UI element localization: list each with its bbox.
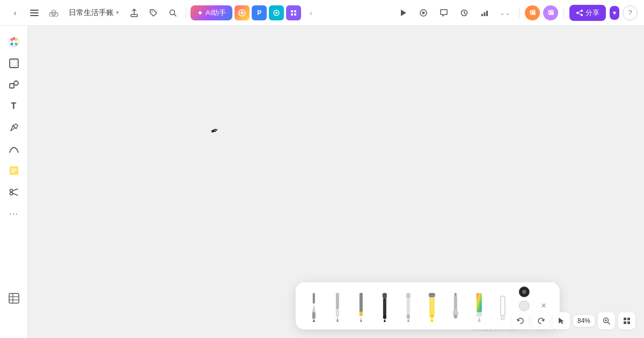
svg-rect-71 bbox=[429, 293, 435, 297]
svg-rect-65 bbox=[383, 314, 386, 319]
share-label: 分享 bbox=[586, 8, 599, 18]
svg-rect-73 bbox=[430, 314, 434, 318]
svg-rect-80 bbox=[477, 312, 482, 317]
divider1 bbox=[186, 8, 186, 18]
redo-button[interactable] bbox=[532, 312, 550, 329]
svg-rect-83 bbox=[501, 315, 504, 320]
doc-title[interactable]: 日常生活手账 ▾ bbox=[64, 6, 123, 20]
svg-point-7 bbox=[152, 11, 153, 12]
svg-rect-72 bbox=[429, 297, 435, 314]
close-tray-button[interactable]: × bbox=[536, 298, 551, 313]
shape-tool[interactable] bbox=[4, 75, 24, 94]
left-sidebar: T ··· bbox=[0, 26, 28, 338]
texture-pen-item[interactable] bbox=[470, 290, 489, 322]
menu-button[interactable] bbox=[26, 4, 43, 21]
svg-rect-63 bbox=[383, 293, 387, 298]
svg-point-38 bbox=[14, 81, 18, 85]
svg-rect-54 bbox=[312, 312, 316, 319]
curve-tool[interactable] bbox=[4, 139, 24, 159]
svg-point-78 bbox=[454, 314, 457, 319]
svg-marker-66 bbox=[384, 319, 386, 322]
svg-marker-19 bbox=[422, 11, 426, 14]
history-button[interactable] bbox=[456, 4, 473, 21]
data-button[interactable] bbox=[476, 4, 493, 21]
pointer-tool-button[interactable] bbox=[553, 312, 570, 329]
svg-rect-15 bbox=[291, 13, 293, 16]
avatar1[interactable]: 编 bbox=[525, 5, 540, 20]
svg-rect-79 bbox=[477, 293, 482, 312]
tag-button[interactable] bbox=[145, 4, 162, 21]
play-button[interactable] bbox=[415, 4, 432, 21]
svg-rect-52 bbox=[313, 293, 315, 304]
bottom-right-controls: 84% bbox=[512, 312, 635, 329]
svg-rect-67 bbox=[406, 293, 411, 298]
svg-rect-60 bbox=[360, 312, 363, 316]
svg-rect-2 bbox=[30, 15, 39, 16]
svg-rect-0 bbox=[30, 10, 39, 11]
regular-pen-item[interactable] bbox=[328, 290, 347, 322]
share-button[interactable]: 分享 bbox=[569, 5, 606, 21]
title-arrow: ▾ bbox=[116, 9, 119, 16]
ai-label: AI助手 bbox=[206, 8, 226, 18]
plugin1-button[interactable] bbox=[235, 5, 250, 20]
run-button[interactable] bbox=[394, 4, 412, 21]
sidebar-table-button[interactable] bbox=[4, 289, 24, 308]
doc-title-text: 日常生活手账 bbox=[69, 8, 114, 18]
plugin3-button[interactable] bbox=[269, 5, 284, 20]
zoom-button[interactable] bbox=[598, 312, 615, 329]
svg-rect-37 bbox=[10, 84, 14, 88]
svg-rect-6 bbox=[131, 14, 137, 17]
back-button[interactable]: ‹ bbox=[6, 4, 24, 21]
black-color-dot[interactable] bbox=[519, 286, 530, 297]
cloud-button[interactable] bbox=[45, 4, 62, 21]
svg-point-32 bbox=[14, 43, 17, 46]
svg-marker-70 bbox=[407, 319, 409, 322]
sidebar-bottom bbox=[4, 289, 24, 308]
ai-star-icon: ✦ bbox=[197, 9, 203, 17]
search-button[interactable] bbox=[164, 4, 181, 21]
svg-marker-17 bbox=[401, 10, 406, 16]
more-right-button[interactable]: ⌄⌄ bbox=[496, 4, 514, 21]
fountain-pen-item[interactable] bbox=[304, 290, 324, 322]
white-color-dot[interactable] bbox=[519, 300, 530, 311]
gray-brush-item[interactable] bbox=[446, 290, 465, 322]
text-tool[interactable]: T bbox=[4, 97, 24, 116]
white-marker-item[interactable] bbox=[399, 290, 418, 322]
zoom-indicator: 84% bbox=[573, 315, 595, 327]
more-plugins-button[interactable]: ‹ bbox=[303, 5, 318, 20]
svg-rect-21 bbox=[481, 14, 483, 16]
export-button[interactable] bbox=[126, 4, 143, 21]
ai-assistant-button[interactable]: ✦ AI助手 bbox=[191, 5, 232, 20]
svg-rect-59 bbox=[360, 293, 363, 312]
pencil-item[interactable] bbox=[352, 290, 371, 322]
avatar2[interactable]: 编 bbox=[543, 5, 558, 20]
svg-rect-82 bbox=[501, 296, 505, 315]
top-toolbar: ‹ 日常生活手账 ▾ ✦ AI助手 P ‹ bbox=[0, 0, 644, 26]
pen-tool[interactable] bbox=[4, 118, 24, 137]
comment-button[interactable] bbox=[435, 4, 452, 21]
svg-marker-53 bbox=[312, 304, 316, 312]
zoom-percentage: 84% bbox=[577, 317, 590, 325]
sticky-note-tool[interactable] bbox=[4, 161, 24, 180]
black-marker-item[interactable] bbox=[375, 290, 394, 322]
grid-button[interactable] bbox=[618, 312, 635, 329]
undo-button[interactable] bbox=[512, 312, 529, 329]
blank-pen-item[interactable] bbox=[493, 290, 513, 322]
more-tools-button[interactable]: ··· bbox=[4, 204, 24, 223]
plugin2-button[interactable]: P bbox=[252, 5, 267, 20]
scissors-tool[interactable] bbox=[4, 182, 24, 202]
svg-point-26 bbox=[581, 14, 583, 16]
help-button[interactable]: ? bbox=[623, 5, 638, 20]
share-dropdown-button[interactable]: ▾ bbox=[610, 6, 619, 20]
svg-rect-57 bbox=[336, 309, 339, 317]
svg-marker-58 bbox=[336, 317, 339, 322]
color-palette-tool[interactable] bbox=[4, 32, 24, 52]
yellow-highlighter-item[interactable] bbox=[422, 290, 442, 322]
svg-rect-90 bbox=[627, 318, 630, 320]
svg-point-33 bbox=[10, 43, 13, 46]
frame-tool[interactable] bbox=[4, 54, 24, 73]
svg-rect-16 bbox=[294, 13, 296, 16]
plugin4-button[interactable] bbox=[286, 5, 301, 20]
svg-rect-22 bbox=[484, 12, 486, 16]
svg-rect-14 bbox=[294, 10, 296, 12]
